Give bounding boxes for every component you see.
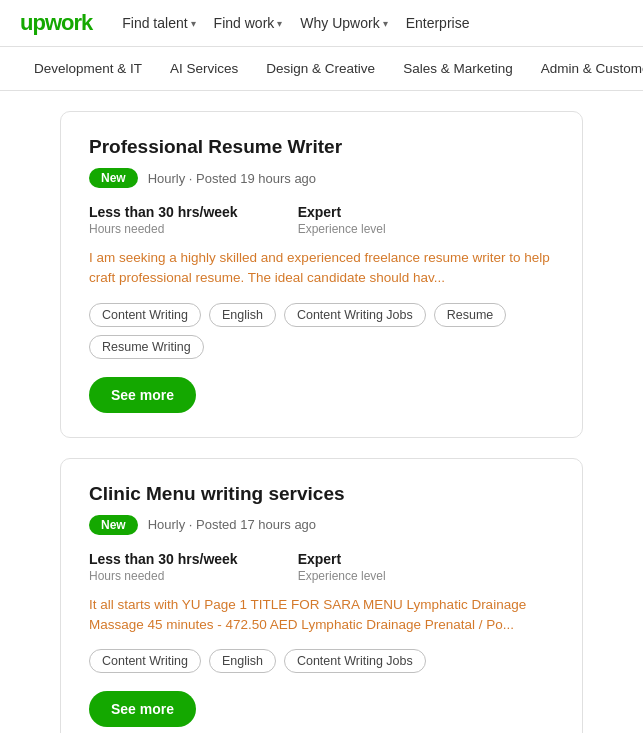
job-details-1: Less than 30 hrs/week Hours needed Exper…	[89, 204, 554, 236]
job-meta-1: New Hourly · Posted 19 hours ago	[89, 168, 554, 188]
cat-ai-services[interactable]: AI Services	[156, 47, 252, 90]
cat-sales-marketing[interactable]: Sales & Marketing	[389, 47, 527, 90]
job-card-2: Clinic Menu writing services New Hourly …	[60, 458, 583, 734]
experience-label-1: Experience level	[298, 222, 386, 236]
hours-detail-1: Less than 30 hrs/week Hours needed	[89, 204, 238, 236]
job-title-1: Professional Resume Writer	[89, 136, 554, 158]
job-title-2: Clinic Menu writing services	[89, 483, 554, 505]
tag-resume-writing-1[interactable]: Resume Writing	[89, 335, 204, 359]
why-upwork-chevron: ▾	[383, 18, 388, 29]
hours-label-1: Hours needed	[89, 222, 238, 236]
top-navigation: upwork Find talent ▾ Find work ▾ Why Upw…	[0, 0, 643, 47]
find-talent-link[interactable]: Find talent ▾	[122, 15, 195, 31]
badge-new-1: New	[89, 168, 138, 188]
see-more-button-2[interactable]: See more	[89, 691, 196, 727]
job-meta-2: New Hourly · Posted 17 hours ago	[89, 515, 554, 535]
enterprise-link[interactable]: Enterprise	[406, 15, 470, 31]
main-content: Professional Resume Writer New Hourly · …	[0, 91, 643, 733]
job-meta-text-2: Hourly · Posted 17 hours ago	[148, 517, 316, 532]
see-more-button-1[interactable]: See more	[89, 377, 196, 413]
cat-admin-customer-support[interactable]: Admin & Customer Support	[527, 47, 643, 90]
hours-label-2: Hours needed	[89, 569, 238, 583]
hours-value-1: Less than 30 hrs/week	[89, 204, 238, 220]
tag-resume-1[interactable]: Resume	[434, 303, 507, 327]
find-talent-chevron: ▾	[191, 18, 196, 29]
experience-detail-1: Expert Experience level	[298, 204, 386, 236]
tag-content-writing-2[interactable]: Content Writing	[89, 649, 201, 673]
tag-english-2[interactable]: English	[209, 649, 276, 673]
job-description-2: It all starts with YU Page 1 TITLE FOR S…	[89, 595, 554, 636]
find-work-chevron: ▾	[277, 18, 282, 29]
job-description-1: I am seeking a highly skilled and experi…	[89, 248, 554, 289]
job-meta-text-1: Hourly · Posted 19 hours ago	[148, 171, 316, 186]
hours-value-2: Less than 30 hrs/week	[89, 551, 238, 567]
job-details-2: Less than 30 hrs/week Hours needed Exper…	[89, 551, 554, 583]
cat-development-it[interactable]: Development & IT	[20, 47, 156, 90]
nav-links: Find talent ▾ Find work ▾ Why Upwork ▾ E…	[122, 15, 469, 31]
why-upwork-link[interactable]: Why Upwork ▾	[300, 15, 387, 31]
cat-design-creative[interactable]: Design & Creative	[252, 47, 389, 90]
experience-label-2: Experience level	[298, 569, 386, 583]
upwork-logo[interactable]: upwork	[20, 10, 92, 36]
tag-content-writing-1[interactable]: Content Writing	[89, 303, 201, 327]
experience-value-1: Expert	[298, 204, 386, 220]
tag-english-1[interactable]: English	[209, 303, 276, 327]
job-card-1: Professional Resume Writer New Hourly · …	[60, 111, 583, 438]
category-navigation: Development & IT AI Services Design & Cr…	[0, 47, 643, 91]
experience-value-2: Expert	[298, 551, 386, 567]
find-work-link[interactable]: Find work ▾	[214, 15, 283, 31]
hours-detail-2: Less than 30 hrs/week Hours needed	[89, 551, 238, 583]
job-tags-1: Content Writing English Content Writing …	[89, 303, 554, 359]
badge-new-2: New	[89, 515, 138, 535]
tag-content-writing-jobs-1[interactable]: Content Writing Jobs	[284, 303, 426, 327]
job-tags-2: Content Writing English Content Writing …	[89, 649, 554, 673]
tag-content-writing-jobs-2[interactable]: Content Writing Jobs	[284, 649, 426, 673]
experience-detail-2: Expert Experience level	[298, 551, 386, 583]
